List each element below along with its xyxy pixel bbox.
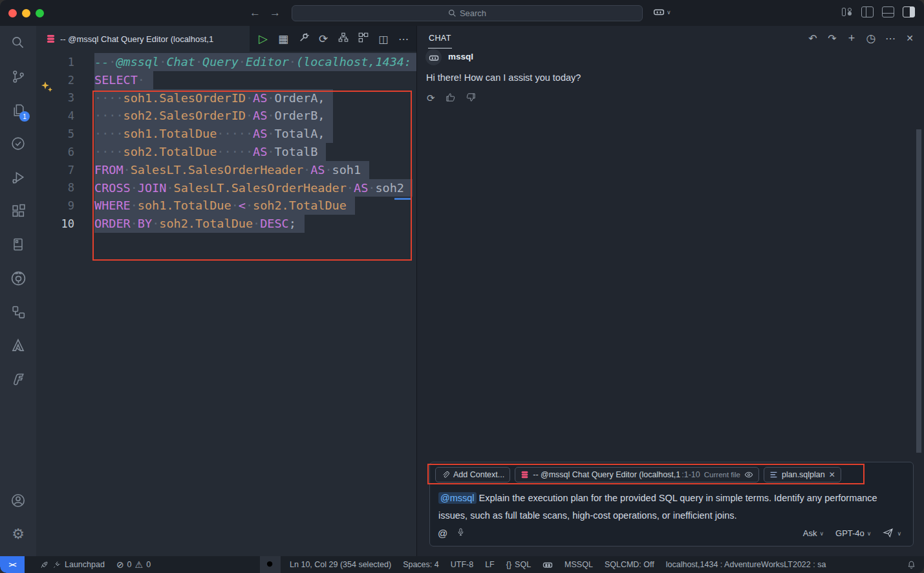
mssql-status[interactable]: MSSQL: [559, 560, 599, 569]
line-number: 10: [36, 217, 74, 230]
chat-input-text[interactable]: @mssql Explain the execution plan for th…: [438, 490, 885, 524]
problems-button[interactable]: ⊘ 0 ⚠ 0: [111, 559, 156, 570]
vscode-window: ← → Search ∨ 1: [0, 0, 924, 573]
notifications-button[interactable]: [901, 560, 924, 570]
github-icon: [10, 270, 27, 287]
model-dropdown[interactable]: GPT-4o ∨: [832, 528, 875, 538]
chat-scrollbar[interactable]: [916, 129, 921, 453]
sidebar-item-azure[interactable]: [3, 329, 34, 362]
copilot-status-button[interactable]: [537, 559, 559, 570]
code-editor[interactable]: 1--·@mssql·Chat·Query·Editor·(localhost,…: [36, 52, 416, 556]
line-number: 5: [36, 127, 74, 140]
code-line[interactable]: 1--·@mssql·Chat·Query·Editor·(localhost,…: [36, 53, 416, 71]
launchpad-button[interactable]: Launchpad: [34, 560, 111, 570]
new-chat-icon[interactable]: +: [846, 32, 857, 45]
connection-status[interactable]: localhost,1434 : AdventureWorksLT2022 : …: [660, 560, 832, 569]
toggle-primary-sidebar-icon[interactable]: [861, 6, 874, 17]
remote-indicator[interactable]: ><: [0, 556, 25, 573]
forward-icon[interactable]: →: [270, 6, 281, 19]
maximize-window-button[interactable]: [36, 9, 44, 17]
redo-icon[interactable]: ↷: [826, 32, 838, 45]
code-text: --·@mssql·Chat·Query·Editor·(localhost,1…: [94, 53, 416, 71]
search-icon: [10, 34, 27, 51]
sidebar-item-explorer[interactable]: 1: [3, 93, 34, 127]
at-mention-icon[interactable]: @: [438, 528, 447, 539]
back-icon[interactable]: ←: [250, 6, 261, 19]
send-button[interactable]: ∨: [879, 528, 905, 538]
tab-title: -- @mssql Chat Query Editor (localhost,1: [60, 34, 213, 44]
microphone-icon[interactable]: [457, 526, 465, 539]
editor-group: -- @mssql Chat Query Editor (localhost,1…: [36, 26, 416, 556]
close-window-button[interactable]: [8, 9, 17, 17]
toggle-panel-icon[interactable]: [882, 6, 894, 17]
extensions-icon: [10, 203, 27, 219]
sidebar-item-schema-designer[interactable]: [3, 295, 34, 329]
split-editor-icon[interactable]: ◫: [376, 33, 391, 45]
copilot-menu-button[interactable]: ∨: [653, 6, 671, 17]
traffic-lights: [8, 9, 44, 17]
sidebar-item-github[interactable]: [3, 261, 34, 295]
annotation-box-code: [92, 91, 412, 261]
mode-dropdown[interactable]: Ask ∨: [799, 528, 828, 538]
change-connection-icon[interactable]: ⟳: [316, 32, 330, 46]
more-icon[interactable]: ⋯: [885, 32, 896, 45]
thumbs-down-icon[interactable]: [466, 92, 477, 105]
source-control-icon: [10, 69, 27, 85]
sidebar-item-search[interactable]: [3, 26, 34, 59]
accounts-button[interactable]: [3, 484, 34, 517]
eol[interactable]: LF: [479, 560, 500, 569]
zoom-indicator[interactable]: [260, 556, 281, 573]
indentation[interactable]: Spaces: 4: [397, 560, 445, 569]
chat-message-text: Hi there! How can I assist you today?: [426, 72, 581, 83]
run-debug-icon: [10, 169, 27, 186]
history-icon[interactable]: ◷: [865, 32, 877, 45]
search-icon: [448, 9, 457, 17]
sparkle-icon[interactable]: [40, 81, 54, 96]
editor-toolbar: ▷ ▦ ⟳ ◫ ⋯: [250, 26, 411, 52]
annotation-box-context: [427, 464, 865, 484]
thumbs-up-icon[interactable]: [445, 92, 456, 105]
code-text: SELECT·: [94, 71, 153, 89]
sidebar-item-run-debug[interactable]: [3, 160, 34, 194]
code-line[interactable]: 2SELECT·: [36, 71, 416, 89]
line-number: 8: [36, 181, 74, 194]
settings-button[interactable]: ⚙: [3, 517, 34, 551]
line-number: 6: [36, 146, 74, 158]
editor-tab[interactable]: -- @mssql Chat Query Editor (localhost,1: [36, 26, 250, 52]
error-icon: ⊘: [116, 559, 124, 570]
connection-icon[interactable]: [296, 32, 310, 46]
sqlcmd-status[interactable]: SQLCMD: Off: [599, 560, 660, 569]
tab-chat[interactable]: CHAT: [428, 28, 452, 49]
close-icon[interactable]: ✕: [904, 33, 916, 43]
more-actions-icon[interactable]: ⋯: [396, 33, 411, 45]
query-plan-icon[interactable]: [336, 32, 350, 46]
regenerate-icon[interactable]: ⟳: [427, 92, 435, 104]
rocket-icon: [39, 560, 49, 570]
results-grid-icon[interactable]: ▦: [276, 32, 290, 46]
account-icon: [10, 492, 27, 509]
sidebar-item-database-projects[interactable]: [3, 228, 34, 261]
cursor-position[interactable]: Ln 10, Col 29 (354 selected): [281, 560, 397, 569]
toggle-secondary-sidebar-icon[interactable]: [903, 6, 915, 17]
undo-icon[interactable]: ↶: [807, 32, 819, 45]
actual-plan-icon[interactable]: [356, 32, 371, 46]
language-mode[interactable]: {} SQL: [500, 560, 537, 569]
customize-layout-icon[interactable]: [841, 6, 853, 17]
run-query-icon[interactable]: ▷: [256, 32, 270, 46]
copilot-icon: [543, 559, 553, 570]
chevron-down-icon: ∨: [819, 530, 824, 537]
database-icon: [46, 34, 56, 44]
line-number: 7: [36, 164, 74, 177]
explorer-badge: 1: [19, 111, 30, 122]
sidebar-item-source-control[interactable]: [3, 59, 34, 93]
sidebar-item-extensions[interactable]: [3, 194, 34, 228]
command-search-input[interactable]: Search: [292, 5, 643, 21]
encoding[interactable]: UTF-8: [445, 560, 479, 569]
editor-tab-bar: -- @mssql Chat Query Editor (localhost,1…: [36, 26, 416, 52]
minimize-window-button[interactable]: [22, 9, 30, 17]
sidebar-item-fabric[interactable]: [3, 362, 34, 396]
braces-icon: {}: [506, 560, 511, 569]
journal-icon: [10, 237, 26, 252]
sidebar-item-testing[interactable]: [3, 127, 34, 160]
gear-icon: ⚙: [12, 526, 25, 543]
